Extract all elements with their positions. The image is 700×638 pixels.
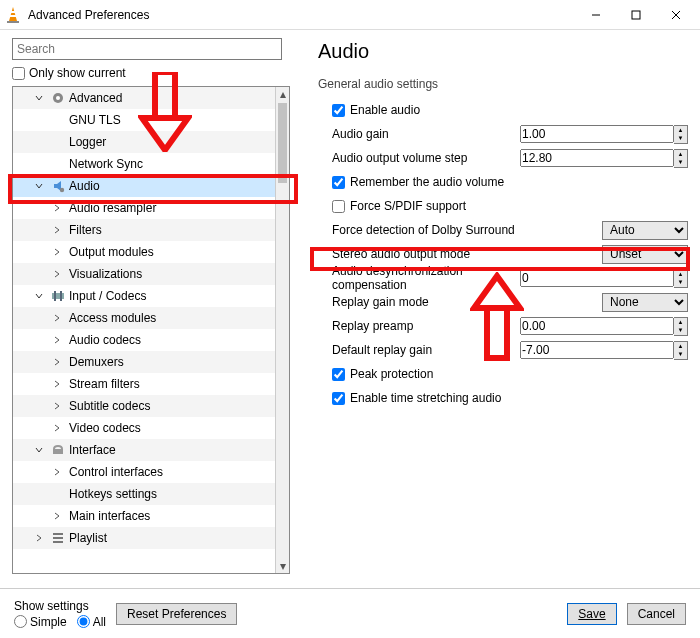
svg-rect-5: [632, 11, 640, 19]
tree-item-playlist[interactable]: Playlist: [13, 527, 275, 549]
enable-audio-checkbox[interactable]: [332, 104, 345, 117]
stretch-checkbox[interactable]: [332, 392, 345, 405]
tree-item-label: Advanced: [67, 91, 122, 105]
chevron-right-icon: [53, 270, 67, 278]
default-gain-spinner[interactable]: ▲▼: [674, 341, 688, 360]
peak-checkbox[interactable]: [332, 368, 345, 381]
tree-item-hotkeys-settings[interactable]: Hotkeys settings: [13, 483, 275, 505]
tree-item-interface[interactable]: Interface: [13, 439, 275, 461]
svg-rect-11: [52, 293, 64, 299]
peak-label: Peak protection: [350, 367, 433, 381]
tree-item-visualizations[interactable]: Visualizations: [13, 263, 275, 285]
enable-audio-label: Enable audio: [350, 103, 420, 117]
tree-item-demuxers[interactable]: Demuxers: [13, 351, 275, 373]
audio-gain-spinner[interactable]: ▲▼: [674, 125, 688, 144]
tree-item-label: Hotkeys settings: [67, 487, 157, 501]
tree-item-network-sync[interactable]: Network Sync: [13, 153, 275, 175]
replay-preamp-field: Replay preamp ▲▼: [318, 315, 688, 337]
tree-item-main-interfaces[interactable]: Main interfaces: [13, 505, 275, 527]
cancel-button[interactable]: Cancel: [627, 603, 686, 625]
close-button[interactable]: [656, 1, 696, 29]
remember-volume-field[interactable]: Remember the audio volume: [318, 171, 688, 193]
tree-item-filters[interactable]: Filters: [13, 219, 275, 241]
chevron-right-icon: [53, 226, 67, 234]
replay-mode-select[interactable]: None: [602, 293, 688, 312]
chevron-right-icon: [53, 468, 67, 476]
dolby-field: Force detection of Dolby Surround Auto: [318, 219, 688, 241]
simple-radio[interactable]: Simple: [14, 615, 67, 629]
chevron-right-icon: [53, 358, 67, 366]
peak-field[interactable]: Peak protection: [318, 363, 688, 385]
replay-preamp-spinner[interactable]: ▲▼: [674, 317, 688, 336]
scroll-up-icon[interactable]: ▴: [276, 87, 289, 101]
svg-rect-14: [53, 449, 63, 454]
vlc-icon: [4, 6, 22, 24]
audio-gain-input[interactable]: [520, 125, 674, 143]
desync-field: Audio desynchronization compensation ▲▼: [318, 267, 688, 289]
tree-item-advanced[interactable]: Advanced: [13, 87, 275, 109]
tree-item-subtitle-codecs[interactable]: Subtitle codecs: [13, 395, 275, 417]
tree-scrollbar[interactable]: ▴ ▾: [275, 87, 289, 573]
tree-item-label: Output modules: [67, 245, 154, 259]
tree-item-input-codecs[interactable]: Input / Codecs: [13, 285, 275, 307]
save-button[interactable]: Save: [567, 603, 616, 625]
tree-item-gnu-tls[interactable]: GNU TLS: [13, 109, 275, 131]
bottom-bar: Show settings Simple All Reset Preferenc…: [0, 588, 700, 638]
tree-item-video-codecs[interactable]: Video codecs: [13, 417, 275, 439]
chevron-right-icon: [53, 424, 67, 432]
dolby-select[interactable]: Auto: [602, 221, 688, 240]
tree-item-label: Network Sync: [67, 157, 143, 171]
remember-volume-checkbox[interactable]: [332, 176, 345, 189]
minimize-button[interactable]: [576, 1, 616, 29]
left-panel: Only show current AdvancedGNU TLSLoggerN…: [0, 30, 300, 588]
interface-icon: [49, 443, 67, 457]
chevron-down-icon: [35, 292, 49, 300]
replay-preamp-input[interactable]: [520, 317, 674, 335]
stretch-field[interactable]: Enable time stretching audio: [318, 387, 688, 409]
svg-rect-12: [54, 291, 56, 301]
tree-item-label: GNU TLS: [67, 113, 121, 127]
only-show-current-checkbox[interactable]: Only show current: [12, 66, 300, 80]
tree-item-logger[interactable]: Logger: [13, 131, 275, 153]
enable-audio-field[interactable]: Enable audio: [318, 99, 688, 121]
scroll-down-icon[interactable]: ▾: [276, 559, 289, 573]
tree-item-audio[interactable]: Audio: [13, 175, 275, 197]
stereo-select[interactable]: Unset: [602, 245, 688, 264]
tree-item-audio-codecs[interactable]: Audio codecs: [13, 329, 275, 351]
default-gain-label: Default replay gain: [318, 343, 520, 357]
tree-item-label: Subtitle codecs: [67, 399, 150, 413]
volume-step-field: Audio output volume step ▲▼: [318, 147, 688, 169]
svg-point-10: [60, 188, 64, 192]
svg-point-9: [56, 96, 60, 100]
playlist-icon: [49, 531, 67, 545]
default-gain-field: Default replay gain ▲▼: [318, 339, 688, 361]
only-show-current-box[interactable]: [12, 67, 25, 80]
scroll-thumb[interactable]: [278, 103, 287, 183]
spdif-field[interactable]: Force S/PDIF support: [318, 195, 688, 217]
volume-step-input[interactable]: [520, 149, 674, 167]
default-gain-input[interactable]: [520, 341, 674, 359]
chevron-right-icon: [53, 204, 67, 212]
chevron-right-icon: [53, 248, 67, 256]
stretch-label: Enable time stretching audio: [350, 391, 501, 405]
show-settings-label: Show settings: [14, 599, 106, 613]
volume-step-spinner[interactable]: ▲▼: [674, 149, 688, 168]
desync-input[interactable]: [520, 269, 674, 287]
svg-marker-0: [9, 7, 17, 21]
volume-step-label: Audio output volume step: [318, 151, 520, 165]
tree-item-stream-filters[interactable]: Stream filters: [13, 373, 275, 395]
tree-item-audio-resampler[interactable]: Audio resampler: [13, 197, 275, 219]
spdif-checkbox[interactable]: [332, 200, 345, 213]
titlebar: Advanced Preferences: [0, 0, 700, 30]
search-input[interactable]: [12, 38, 282, 60]
reset-preferences-button[interactable]: Reset Preferences: [116, 603, 237, 625]
tree-item-control-interfaces[interactable]: Control interfaces: [13, 461, 275, 483]
tree-item-label: Audio: [67, 179, 100, 193]
tree-item-access-modules[interactable]: Access modules: [13, 307, 275, 329]
tree-item-output-modules[interactable]: Output modules: [13, 241, 275, 263]
all-radio[interactable]: All: [77, 615, 106, 629]
desync-spinner[interactable]: ▲▼: [674, 269, 688, 288]
tree-item-label: Logger: [67, 135, 106, 149]
audio-icon: [49, 179, 67, 193]
maximize-button[interactable]: [616, 1, 656, 29]
